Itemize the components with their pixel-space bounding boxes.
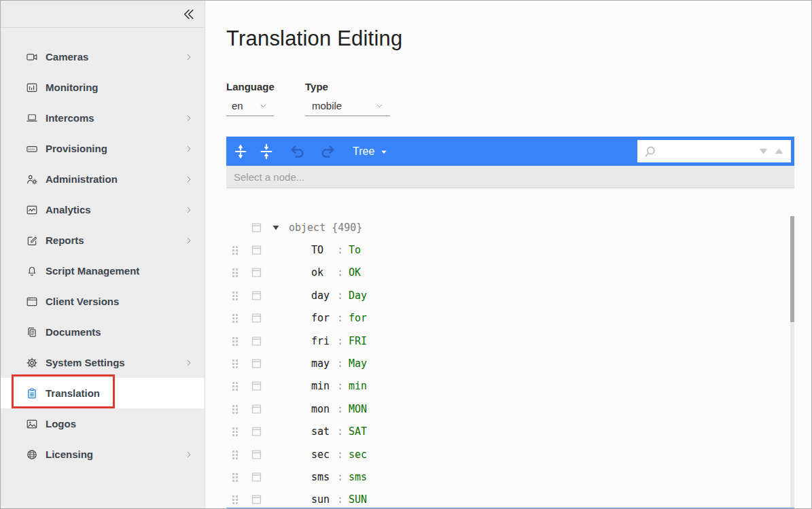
- context-menu-button[interactable]: [251, 404, 262, 414]
- tree-key[interactable]: mon: [311, 403, 336, 415]
- tree-key[interactable]: min: [311, 380, 336, 392]
- context-menu-button[interactable]: [251, 427, 262, 437]
- collapse-all-icon[interactable]: [258, 143, 275, 160]
- context-menu-button[interactable]: [251, 222, 262, 232]
- tree-row: sat:SAT: [226, 421, 789, 443]
- tree-key[interactable]: may: [311, 357, 336, 370]
- sidebar-item-cameras[interactable]: Cameras: [1, 41, 205, 72]
- undo-icon[interactable]: [289, 143, 306, 160]
- tree-row: day:Day: [226, 284, 789, 306]
- drag-handle-icon[interactable]: [232, 495, 234, 497]
- drag-handle-icon[interactable]: [232, 382, 234, 384]
- type-select[interactable]: mobile: [305, 96, 390, 116]
- sidebar-item-label: Intercoms: [46, 112, 94, 124]
- triangle-down-icon[interactable]: [758, 145, 769, 157]
- search-icon: [643, 145, 656, 158]
- sidebar-item-documents[interactable]: Documents: [1, 317, 205, 347]
- browser-window-icon: [26, 296, 38, 308]
- tree-key[interactable]: day: [311, 289, 336, 302]
- context-menu-button[interactable]: [251, 336, 262, 346]
- drag-handle-icon[interactable]: [232, 359, 234, 362]
- drag-handle-icon[interactable]: [232, 268, 234, 270]
- sidebar-item-licensing[interactable]: Licensing: [1, 439, 205, 470]
- context-menu-button[interactable]: [251, 313, 262, 323]
- drag-handle-icon[interactable]: [232, 405, 234, 407]
- sidebar-item-analytics[interactable]: Analytics: [1, 194, 205, 225]
- scrollbar-thumb[interactable]: [790, 216, 794, 322]
- expand-all-icon[interactable]: [232, 143, 249, 160]
- tree-key[interactable]: fri: [311, 335, 336, 347]
- drag-handle-icon[interactable]: [232, 314, 234, 316]
- tree-root-row: object{490}: [226, 216, 789, 239]
- tree-value[interactable]: min: [349, 380, 367, 392]
- sidebar-item-system-settings[interactable]: System Settings: [1, 347, 205, 378]
- sidebar-item-translation[interactable]: Translation: [1, 378, 205, 408]
- key-value-separator: :: [337, 289, 343, 302]
- tree-key[interactable]: TO: [311, 244, 336, 256]
- tree-mode-dropdown[interactable]: Tree: [353, 137, 388, 166]
- drag-handle-icon[interactable]: [232, 246, 234, 248]
- redo-icon[interactable]: [319, 143, 336, 160]
- node-path-placeholder: Select a node...: [234, 171, 304, 183]
- tree-value[interactable]: MON: [349, 403, 367, 415]
- context-menu-button[interactable]: [251, 449, 262, 459]
- context-menu-button[interactable]: [251, 472, 262, 482]
- tree-key[interactable]: sun: [311, 493, 336, 506]
- drag-handle-icon[interactable]: [232, 451, 234, 453]
- tree-value[interactable]: FRI: [349, 335, 367, 347]
- tree-value[interactable]: To: [349, 244, 361, 256]
- laptop-icon: [26, 112, 38, 124]
- tree-value[interactable]: sec: [349, 449, 367, 461]
- triangle-up-icon[interactable]: [773, 145, 785, 157]
- tree-key[interactable]: sec: [311, 449, 336, 461]
- drag-handle-icon[interactable]: [232, 427, 234, 429]
- drag-handle-icon[interactable]: [232, 337, 234, 339]
- tree-key[interactable]: for: [311, 312, 336, 324]
- node-path-bar[interactable]: Select a node...: [226, 166, 794, 188]
- sidebar-item-label: Client Versions: [46, 296, 119, 307]
- sidebar-item-intercoms[interactable]: Intercoms: [1, 103, 205, 133]
- tree-value[interactable]: OK: [349, 266, 361, 279]
- user-gear-icon: [26, 173, 38, 186]
- tree-value[interactable]: May: [349, 357, 367, 370]
- tree-key[interactable]: sms: [311, 471, 336, 483]
- context-menu-button[interactable]: [251, 268, 262, 278]
- context-menu-button[interactable]: [251, 495, 262, 505]
- app-window: CamerasMonitoringIntercomsProvisioningAd…: [0, 0, 812, 509]
- tree-value[interactable]: SAT: [349, 425, 367, 438]
- sidebar-item-label: Licensing: [46, 449, 93, 460]
- context-menu-button[interactable]: [251, 245, 262, 256]
- drag-handle-icon[interactable]: [232, 473, 234, 475]
- collapse-triangle-icon[interactable]: [272, 224, 280, 232]
- documents-icon: [26, 326, 38, 338]
- search-input[interactable]: [656, 143, 758, 160]
- tree-row: fri:FRI: [226, 330, 789, 352]
- sidebar-item-label: Monitoring: [46, 82, 98, 93]
- sidebar-item-provisioning[interactable]: Provisioning: [1, 133, 205, 164]
- language-select[interactable]: en: [226, 96, 274, 116]
- tree-key[interactable]: ok: [311, 266, 336, 279]
- sidebar-item-label: Reports: [46, 234, 84, 246]
- context-menu-button[interactable]: [251, 290, 262, 300]
- sidebar-item-script-management[interactable]: Script Management: [1, 256, 205, 286]
- sidebar-item-administration[interactable]: Administration: [1, 164, 205, 194]
- sidebar-item-reports[interactable]: Reports: [1, 225, 205, 256]
- sidebar-item-logos[interactable]: Logos: [1, 408, 205, 439]
- context-menu-button[interactable]: [251, 359, 262, 369]
- tree-value[interactable]: Day: [349, 289, 367, 302]
- tree-row: ok:OK: [226, 262, 789, 284]
- globe-icon: [26, 449, 38, 461]
- tree-value[interactable]: for: [349, 312, 367, 324]
- drag-handle-icon[interactable]: [232, 292, 234, 294]
- tree-value[interactable]: sms: [349, 471, 367, 483]
- sidebar-item-monitoring[interactable]: Monitoring: [1, 72, 205, 103]
- context-menu-button[interactable]: [251, 381, 262, 391]
- tree-key[interactable]: sat: [311, 425, 336, 438]
- sidebar-item-client-versions[interactable]: Client Versions: [1, 286, 205, 317]
- tree-row: min:min: [226, 375, 789, 398]
- key-value-separator: :: [337, 403, 343, 415]
- scrollbar-track[interactable]: [790, 216, 794, 509]
- sidebar-item-label: Analytics: [46, 204, 91, 215]
- collapse-double-chevron-icon[interactable]: [182, 7, 196, 21]
- tree-value[interactable]: SUN: [349, 493, 367, 506]
